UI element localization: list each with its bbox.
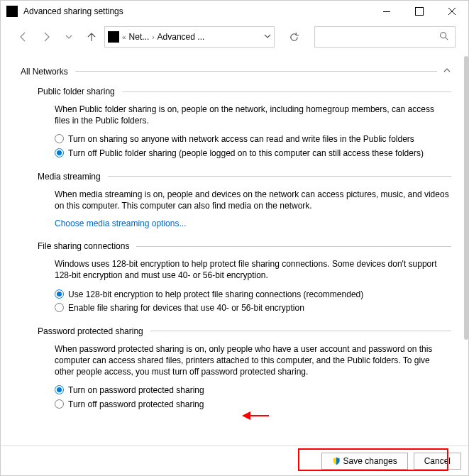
- recent-button[interactable]: [59, 27, 79, 47]
- svg-point-2: [441, 32, 446, 38]
- section-description: When media streaming is on, people and d…: [55, 189, 451, 211]
- section-title: File sharing connections: [38, 241, 136, 251]
- radio-label: Enable file sharing for devices that use…: [68, 302, 304, 314]
- refresh-button[interactable]: [282, 27, 306, 47]
- footer: Save changes Cancel: [1, 445, 468, 475]
- radio-icon: [55, 148, 64, 157]
- titlebar: Advanced sharing settings: [1, 1, 468, 22]
- cancel-button[interactable]: Cancel: [414, 453, 461, 470]
- minimize-button[interactable]: [370, 1, 403, 22]
- window-controls: [370, 1, 468, 22]
- breadcrumb-seg-1[interactable]: Net...: [129, 32, 150, 42]
- section-header: Password protected sharing: [38, 326, 451, 336]
- radio-label: Turn off Public folder sharing (people l…: [68, 148, 424, 159]
- section-header: Public folder sharing: [38, 87, 451, 96]
- content-area: All Networks Public folder sharing When …: [1, 56, 464, 445]
- folder-icon: [108, 31, 119, 43]
- radio-label: Turn on password protected sharing: [68, 384, 204, 396]
- section-file-sharing-connections: File sharing connections Windows uses 12…: [38, 241, 451, 314]
- section-password-protected-sharing: Password protected sharing When password…: [38, 326, 451, 410]
- section-description: Windows uses 128-bit encryption to help …: [55, 258, 451, 281]
- chevron-right-icon: ›: [152, 33, 154, 41]
- radio-icon: [55, 134, 64, 143]
- section-description: When password protected sharing is on, o…: [55, 343, 451, 378]
- radio-icon: [55, 385, 64, 394]
- forward-button[interactable]: [36, 27, 56, 47]
- divider: [122, 92, 451, 92]
- radio-label: Use 128-bit encryption to help protect f…: [68, 289, 363, 300]
- radio-icon: [55, 289, 64, 299]
- radio-icon: [55, 399, 64, 409]
- section-header: File sharing connections: [38, 241, 451, 251]
- shield-icon: [332, 457, 341, 465]
- section-header: Media streaming: [38, 172, 451, 182]
- breadcrumb[interactable]: « Net... › Advanced ...: [104, 26, 275, 48]
- maximize-button[interactable]: [403, 1, 436, 22]
- app-icon: [6, 6, 18, 17]
- divider: [75, 71, 437, 72]
- collapse-icon[interactable]: [437, 66, 451, 77]
- radio-label: Turn on sharing so anyone with network a…: [68, 133, 414, 145]
- section-description: When Public folder sharing is on, people…: [55, 104, 451, 126]
- radio-fsc-128[interactable]: Use 128-bit encryption to help protect f…: [55, 289, 451, 300]
- window-title: Advanced sharing settings: [23, 6, 123, 16]
- divider: [108, 176, 451, 177]
- scrollbar[interactable]: [464, 56, 468, 340]
- media-streaming-link[interactable]: Choose media streaming options...: [55, 218, 451, 228]
- radio-pps-on[interactable]: Turn on password protected sharing: [55, 384, 451, 396]
- back-button[interactable]: [13, 27, 33, 47]
- search-input[interactable]: [314, 26, 456, 48]
- search-icon: [439, 31, 449, 43]
- up-button[interactable]: [82, 27, 101, 47]
- radio-pps-off[interactable]: Turn off password protected sharing: [55, 399, 451, 410]
- nav-row: « Net... › Advanced ...: [6, 25, 463, 49]
- divider: [150, 331, 451, 331]
- save-changes-button[interactable]: Save changes: [321, 453, 408, 470]
- radio-icon: [55, 303, 64, 312]
- radio-label: Turn off password protected sharing: [68, 399, 204, 410]
- breadcrumb-dropdown-icon[interactable]: [264, 32, 271, 42]
- profile-title: All Networks: [21, 67, 75, 77]
- cancel-label: Cancel: [424, 456, 451, 466]
- chevron-left-icon: «: [122, 33, 126, 41]
- profile-header[interactable]: All Networks: [21, 66, 451, 77]
- radio-pfs-off[interactable]: Turn off Public folder sharing (people l…: [55, 148, 451, 159]
- svg-line-3: [446, 37, 448, 40]
- section-title: Password protected sharing: [38, 326, 150, 336]
- radio-pfs-on[interactable]: Turn on sharing so anyone with network a…: [55, 133, 451, 145]
- close-button[interactable]: [436, 1, 468, 22]
- breadcrumb-seg-2[interactable]: Advanced ...: [158, 32, 205, 42]
- divider: [136, 246, 451, 247]
- save-label: Save changes: [343, 456, 397, 466]
- section-public-folder-sharing: Public folder sharing When Public folder…: [38, 87, 451, 159]
- radio-fsc-4056[interactable]: Enable file sharing for devices that use…: [55, 302, 451, 314]
- section-title: Public folder sharing: [38, 87, 122, 96]
- section-title: Media streaming: [38, 172, 108, 182]
- section-media-streaming: Media streaming When media streaming is …: [38, 172, 451, 228]
